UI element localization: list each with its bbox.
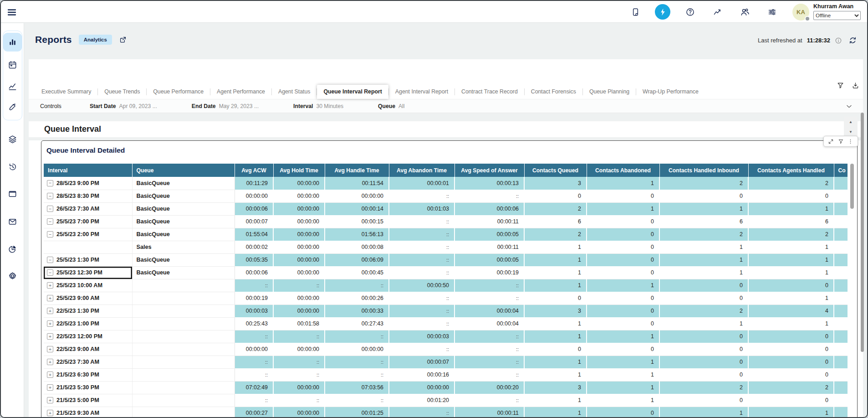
metric-cell[interactable]: 0 (748, 343, 834, 356)
metric-cell[interactable]: 00:00:11 (454, 407, 524, 418)
sidebar-item-layers[interactable] (3, 130, 22, 149)
metric-cell[interactable]: 00:01:25 (325, 407, 389, 418)
spinner-up-icon[interactable]: ▲ (844, 117, 858, 127)
metric-cell[interactable]: 00:00:00 (273, 304, 325, 317)
metric-cell[interactable]: 1 (659, 202, 748, 215)
trend-icon[interactable] (710, 4, 725, 20)
interval-cell[interactable]: +21/5/23 6:30 PM (44, 368, 132, 381)
metric-cell[interactable]: :: (389, 228, 454, 241)
interval-cell[interactable]: −25/5/23 7:00 PM (44, 215, 132, 228)
metric-cell[interactable]: :: (325, 356, 389, 368)
metric-cell[interactable]: 0 (587, 407, 659, 418)
metric-cell[interactable]: 1 (748, 266, 834, 279)
metric-cell[interactable]: 00:00:00 (273, 407, 325, 418)
expand-toggle-icon[interactable]: + (47, 333, 53, 340)
metric-cell[interactable]: 0 (587, 253, 659, 266)
metric-cell[interactable]: 0 (587, 304, 659, 317)
clipped-cell[interactable] (834, 228, 848, 241)
column-header-avg-abandon-time[interactable]: Avg Abandon Time (389, 164, 454, 177)
metric-cell[interactable]: 0 (659, 292, 748, 304)
control-interval[interactable]: Interval30 Minutes (293, 103, 343, 109)
filter-icon[interactable] (837, 82, 844, 89)
metric-cell[interactable]: 00:00:11 (454, 241, 524, 253)
clipped-cell[interactable] (834, 177, 848, 190)
metric-cell[interactable]: 00:00:11 (454, 215, 524, 228)
metric-cell[interactable]: 0 (659, 279, 748, 292)
metric-cell[interactable]: 00:00:00 (273, 241, 325, 253)
metric-cell[interactable]: 0 (587, 266, 659, 279)
metric-cell[interactable]: 00:00:02 (235, 241, 273, 253)
metric-cell[interactable]: :: (454, 292, 524, 304)
control-end-date[interactable]: End DateMay 29, 2023 ... (192, 103, 259, 109)
metric-cell[interactable]: 1 (748, 241, 834, 253)
metric-cell[interactable]: 00:00:04 (454, 317, 524, 330)
column-header-interval[interactable]: Interval (44, 164, 132, 177)
metric-cell[interactable]: 2 (659, 381, 748, 394)
metric-cell[interactable]: 00:00:08 (325, 241, 389, 253)
clipped-cell[interactable] (834, 279, 848, 292)
tab-agent-performance[interactable]: Agent Performance (210, 85, 271, 99)
interval-cell[interactable]: +22/5/23 9:00 AM (44, 343, 132, 356)
metric-cell[interactable]: 0 (659, 330, 748, 343)
metric-cell[interactable]: 2 (659, 177, 748, 190)
interval-cell[interactable]: +22/5/23 7:30 AM (44, 356, 132, 368)
table-scrollbar[interactable] (850, 164, 854, 418)
queue-cell[interactable]: BasicQueue (132, 266, 235, 279)
expand-toggle-icon[interactable]: + (47, 346, 53, 352)
metric-cell[interactable]: 00:01:20 (389, 394, 454, 407)
metric-cell[interactable]: 00:00:26 (325, 292, 389, 304)
collapse-toggle-icon[interactable]: − (47, 269, 53, 276)
metric-cell[interactable]: 00:00:00 (273, 177, 325, 190)
collapse-toggle-icon[interactable]: − (47, 180, 53, 186)
metric-cell[interactable]: :: (454, 394, 524, 407)
column-header-contacts-abandoned[interactable]: Contacts Abandoned (587, 164, 659, 177)
metric-cell[interactable]: 1 (587, 279, 659, 292)
notes-icon[interactable] (628, 4, 643, 20)
metric-cell[interactable]: 00:00:00 (273, 292, 325, 304)
tab-queue-planning[interactable]: Queue Planning (583, 85, 636, 99)
metric-cell[interactable]: 1 (659, 253, 748, 266)
metric-cell[interactable]: 0 (524, 292, 587, 304)
sidebar-item-history[interactable] (3, 157, 22, 176)
metric-cell[interactable]: :: (454, 356, 524, 368)
metric-cell[interactable]: 1 (587, 368, 659, 381)
queue-cell[interactable] (132, 368, 235, 381)
clipped-cell[interactable] (834, 202, 848, 215)
metric-cell[interactable]: 00:00:01 (389, 177, 454, 190)
tab-contact-forensics[interactable]: Contact Forensics (525, 85, 582, 99)
metric-cell[interactable]: 00:00:20 (454, 381, 524, 394)
bolt-icon[interactable] (655, 4, 670, 20)
metric-cell[interactable]: :: (389, 241, 454, 253)
interval-cell[interactable]: −25/5/23 2:00 PM (44, 228, 132, 241)
metric-cell[interactable]: 00:00:00 (273, 253, 325, 266)
queue-cell[interactable] (132, 407, 235, 418)
metric-cell[interactable]: 0 (587, 215, 659, 228)
metric-cell[interactable]: :: (273, 279, 325, 292)
metric-cell[interactable]: 00:00:00 (325, 190, 389, 202)
metric-cell[interactable]: 2 (748, 177, 834, 190)
clipped-cell[interactable] (834, 330, 848, 343)
interval-cell[interactable]: +25/5/23 9:00 AM (44, 292, 132, 304)
metric-cell[interactable]: 1 (587, 202, 659, 215)
clipped-cell[interactable] (834, 215, 848, 228)
interval-cell[interactable]: −28/5/23 8:30 PM (44, 190, 132, 202)
queue-cell[interactable] (132, 292, 235, 304)
collapse-toggle-icon[interactable]: − (47, 218, 53, 225)
hamburger-menu-icon[interactable] (6, 7, 17, 18)
sidebar-item-gear[interactable] (3, 267, 22, 285)
metric-cell[interactable]: 00:00:05 (454, 253, 524, 266)
metric-cell[interactable]: 0 (524, 343, 587, 356)
metric-cell[interactable]: :: (389, 215, 454, 228)
column-header-contacts-agents-handled[interactable]: Contacts Agents Handled (748, 164, 834, 177)
queue-cell[interactable] (132, 381, 235, 394)
metric-cell[interactable]: 00:11:29 (235, 177, 273, 190)
metric-cell[interactable]: 3 (524, 177, 587, 190)
metric-cell[interactable]: :: (325, 279, 389, 292)
metric-cell[interactable]: 2 (524, 228, 587, 241)
interval-cell[interactable] (44, 241, 132, 253)
metric-cell[interactable]: 00:00:33 (325, 304, 389, 317)
queue-cell[interactable] (132, 317, 235, 330)
tab-wrap-up-performance[interactable]: Wrap-Up Performance (636, 85, 705, 99)
metric-cell[interactable]: 00:00:00 (273, 202, 325, 215)
metric-cell[interactable]: 1 (524, 407, 587, 418)
